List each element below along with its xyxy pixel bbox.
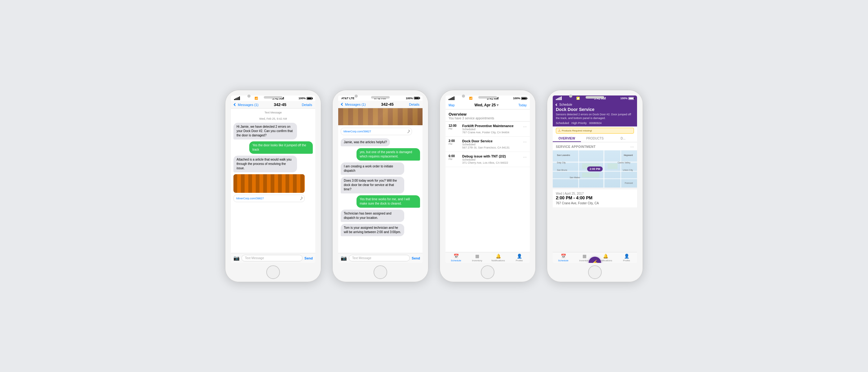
tab-products[interactable]: PRODUCTS xyxy=(581,135,609,142)
camera-icon[interactable]: 📷 xyxy=(341,255,347,261)
dropdown-icon[interactable]: ▾ xyxy=(497,103,498,107)
send-button[interactable]: Send xyxy=(304,256,313,260)
home-button[interactable] xyxy=(374,266,387,279)
details-button[interactable]: Details xyxy=(302,103,312,106)
bubble: Technician has been assigned and dispatc… xyxy=(341,210,404,222)
bubble: Jamie, was the articles helpful? xyxy=(341,138,390,146)
link-text: MinerCorp.com/39827 xyxy=(343,130,371,133)
battery-icon xyxy=(414,97,420,99)
overview-title: Overview xyxy=(448,112,527,117)
wifi-icon: 📶 xyxy=(254,97,258,100)
tab-overview[interactable]: OVERVIEW xyxy=(553,135,581,142)
tab-bar: 📅 Schedule ▦ Inventory ⚡ 🔔 Notifications… xyxy=(553,252,637,263)
send-button[interactable]: Send xyxy=(412,256,420,260)
tab-inventory[interactable]: ▦ Inventory xyxy=(467,252,488,263)
front-camera xyxy=(354,95,358,98)
phone-2-screen: AT&T LTE 9:42 AM 100% Messages (1) 342-4… xyxy=(338,95,423,263)
back-button[interactable]: Messages (1) xyxy=(341,103,366,106)
bubble: I am creating a work order to initiate d… xyxy=(341,162,404,175)
appointment-item-1[interactable]: 12:00 PM Forklift Preventive Maintenance… xyxy=(445,122,530,137)
appt-address: 767 Crane Ave, Foster City, CA xyxy=(556,202,634,205)
home-button[interactable] xyxy=(266,266,280,279)
details-button[interactable]: Details xyxy=(409,103,420,106)
schedule-date: Wed, Apr 25 ▾ xyxy=(475,103,499,107)
map-block xyxy=(582,173,599,177)
message-date: Wed, Feb 25, 9:42 AM xyxy=(234,117,313,120)
message-3: Attached is a article that would walk yo… xyxy=(234,156,313,173)
more-options-icon[interactable]: ··· xyxy=(630,144,634,149)
detail-body: SERVICE APPOINTMENT ··· xyxy=(553,142,637,252)
speaker xyxy=(264,96,282,99)
tab-more[interactable]: D... xyxy=(609,135,637,142)
battery-label: 100% xyxy=(299,97,306,100)
tab-label: Profile xyxy=(623,259,630,262)
chevron-right-icon xyxy=(407,130,410,133)
message-input[interactable]: Text Message xyxy=(242,255,303,261)
bubble-sent: Yes the door looks like it jumped off th… xyxy=(249,142,313,154)
map-label: Hayward xyxy=(624,154,633,156)
tab-profile[interactable]: 👤 Profile xyxy=(509,252,530,263)
message-input-bar: 📷 Text Message Send xyxy=(231,253,315,263)
bubble-received-2: Attached is a article that would walk yo… xyxy=(234,156,297,173)
camera-icon[interactable]: 📷 xyxy=(234,255,240,261)
message-input-bar: 📷 Text Message Send xyxy=(338,253,423,263)
tab-schedule[interactable]: 📅 Schedule xyxy=(445,252,467,263)
appointment-item-2[interactable]: 2:00 PM Dock Door Service Scheduled 567 … xyxy=(445,137,530,152)
tab-bar: 📅 Schedule ▦ Inventory 🔔 Notifications 👤… xyxy=(445,252,530,263)
back-button[interactable]: Messages (1) xyxy=(234,103,258,106)
tab-schedule[interactable]: 📅 Schedule xyxy=(553,252,574,263)
link-bubble[interactable]: MinerCorp.com/39827 xyxy=(234,195,305,202)
link-text: MinerCorp.com/39827 xyxy=(236,197,264,200)
status-icons: 100% xyxy=(299,97,312,100)
priority-badge: High Priority xyxy=(571,122,587,125)
tab-profile[interactable]: 👤 Profile xyxy=(616,252,637,263)
back-button[interactable]: Schedule xyxy=(556,103,634,106)
carrier: AT&T LTE xyxy=(341,97,354,100)
signal-strength xyxy=(556,96,562,100)
appt-date: Wed | April 25, 2017 xyxy=(556,192,634,195)
inventory-icon: ▦ xyxy=(475,254,479,258)
battery-icon xyxy=(307,97,312,100)
msg-2-5: Yes that time works for me, and I will m… xyxy=(341,195,420,208)
overview-subtitle: You have 3 service appointments xyxy=(448,117,527,120)
warning-text: Products Required missing! xyxy=(562,129,592,132)
message-input[interactable]: Text Message xyxy=(349,255,410,261)
appt-info: Dock Door Service Scheduled 567 27th St,… xyxy=(462,139,521,149)
link-bubble-top[interactable]: MinerCorp.com/39827 xyxy=(341,128,412,135)
appointment-item-3[interactable]: 6:00 PM Debug issue with TNT (2/2) Sched… xyxy=(445,152,530,167)
appt-time: 2:00 PM xyxy=(448,139,460,145)
status-badge: Scheduled xyxy=(556,122,569,125)
map-label: Union City xyxy=(623,169,633,171)
map-pin[interactable]: 2:00 PM xyxy=(587,166,602,172)
msg-2-6: Technician has been assigned and dispatc… xyxy=(341,210,420,222)
bubble-received: Hi Jamie, we have detected 2 errors on y… xyxy=(234,123,297,140)
bubble: Does 3:00 today work for you? Will the d… xyxy=(341,177,404,193)
more-options-icon[interactable]: ··· xyxy=(523,139,527,144)
map-button[interactable]: Map xyxy=(448,103,455,107)
tab-notifications[interactable]: 🔔 Notifications xyxy=(488,252,509,263)
front-camera xyxy=(247,95,250,98)
appointment-list: 12:00 PM Forklift Preventive Maintenance… xyxy=(445,122,530,252)
more-options-icon[interactable]: ··· xyxy=(523,124,527,129)
more-options-icon[interactable]: ··· xyxy=(523,154,527,159)
schedule-icon: 📅 xyxy=(561,254,566,258)
nav-bar: Messages (1) 342-45 Details xyxy=(338,101,423,108)
home-button[interactable] xyxy=(481,266,494,279)
map-container: San Leandro Hayward Daly City Castro Val… xyxy=(553,150,637,188)
appointment-detail-card: Wed | April 25, 2017 2:00 PM - 4:00 PM 7… xyxy=(553,189,637,207)
bubble: Tom is your assigned technician and he w… xyxy=(341,224,404,236)
wifi-icon: 📶 xyxy=(469,97,472,100)
home-button[interactable] xyxy=(588,266,602,279)
today-button[interactable]: Today xyxy=(518,103,527,107)
tab-label: Notifications xyxy=(491,259,505,262)
msg-2-4: Does 3:00 today work for you? Will the d… xyxy=(341,177,420,193)
chat-image xyxy=(234,174,305,193)
lightning-icon: ⚡ xyxy=(591,259,598,263)
profile-icon: 👤 xyxy=(517,254,522,258)
front-camera xyxy=(462,95,465,98)
message-type-label: Text Message xyxy=(234,111,313,114)
section-label: SERVICE APPOINTMENT xyxy=(556,145,595,149)
status-icons: 100% xyxy=(513,97,527,100)
map-road xyxy=(578,150,579,188)
status-icons: 100% xyxy=(620,97,634,100)
